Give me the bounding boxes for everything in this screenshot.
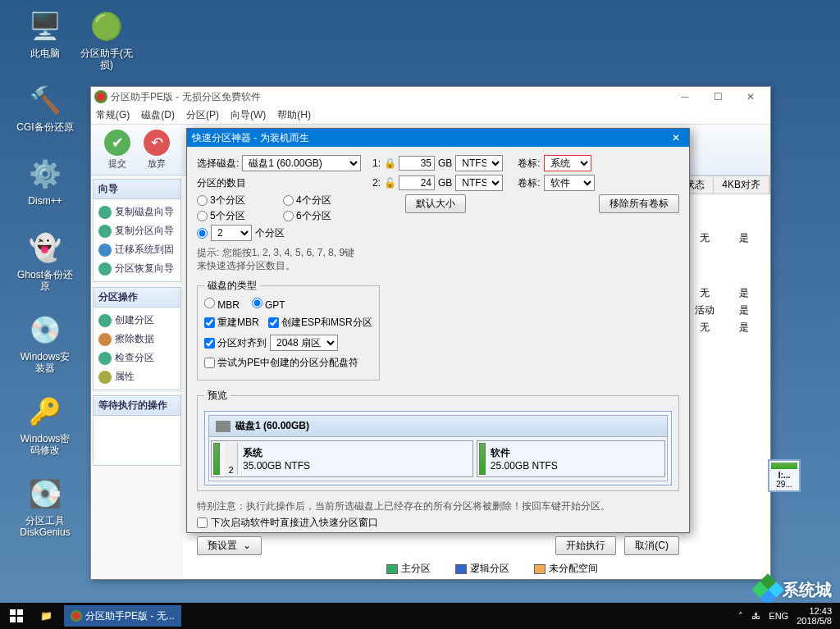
close-button[interactable]: ✕ [734,88,767,106]
unlock-icon[interactable]: 🔓 [384,177,395,189]
wizard-recover[interactable]: 分区恢复向导 [95,259,179,278]
preview-fieldset: 预览 磁盘1 (60.00GB) 2 系统35.00GB NTFS 软件25.0… [197,389,679,491]
dialog-titlebar[interactable]: 快速分区神器 - 为装机而生 ✕ [187,129,689,147]
dialog-title: 快速分区神器 - 为装机而生 [192,131,309,145]
quick-partition-dialog: 快速分区神器 - 为装机而生 ✕ 选择磁盘: 磁盘1 (60.00GB) 分区的… [186,128,690,533]
vol-select-1[interactable]: 系统 [544,155,591,171]
tray-lang[interactable]: ENG [769,611,788,621]
fs-select-2[interactable]: NTFS [455,175,503,191]
create-esp-check[interactable]: 创建ESP和MSR分区 [268,316,372,330]
menu-partition[interactable]: 分区(P) [186,108,219,122]
menubar: 常规(G) 磁盘(D) 分区(P) 向导(W) 帮助(H) [91,107,770,125]
type-gpt[interactable]: GPT [252,298,285,311]
taskbar: 📁 分区助手PE版 - 无... ˄ 🖧 ENG 12:432018/5/8 [0,603,840,629]
count-custom-select[interactable]: 2 [211,225,252,241]
partition-thumb[interactable]: I:... 29... [768,459,801,492]
svg-rect-3 [17,617,23,622]
svg-rect-1 [17,609,23,615]
panel-pending: 等待执行的操作 [93,395,181,466]
select-disk-dropdown[interactable]: 磁盘1 (60.00GB) [242,155,361,171]
app-icon [94,90,107,103]
desktop-icon-win-install[interactable]: 💿Windows安装器 [16,312,74,374]
desktop-icon-ghost[interactable]: 👻Ghost备份还原 [16,230,74,292]
panel-ops: 分区操作 创建分区 擦除数据 检查分区 属性 [93,287,181,390]
try-pe-check[interactable]: 尝试为PE中创建的分区分配盘符 [204,356,358,370]
op-check[interactable]: 检查分区 [95,349,179,367]
wizard-copy-disk[interactable]: 复制磁盘向导 [95,203,179,221]
preview-part-2[interactable]: 软件25.00GB NTFS [477,440,665,477]
grid-rows: 无是 无是 活动是 无是 [685,231,764,338]
tray-clock[interactable]: 12:432018/5/8 [797,606,832,626]
warning-text: 特别注意：执行此操作后，当前所选磁盘上已经存在的所有分区将被删除！按回车键开始分… [197,499,679,513]
svg-rect-2 [10,617,16,622]
desktop-icon-cgi[interactable]: 🔨CGI备份还原 [16,82,74,133]
toolbar-commit[interactable]: ✔提交 [98,130,137,170]
grid-header: 状态 4KB对齐 [676,175,770,194]
remove-labels-button[interactable]: 移除所有卷标 [599,194,679,213]
desktop-icon-dism[interactable]: ⚙️Dism++ [16,156,74,207]
panel-pending-title: 等待执行的操作 [94,396,180,416]
taskbar-explorer-icon[interactable]: 📁 [33,610,59,622]
fs-select-1[interactable]: NTFS [455,155,503,171]
svg-rect-0 [10,609,16,615]
size-input-2[interactable] [399,175,435,190]
watermark: 系统城 [756,578,832,601]
op-props[interactable]: 属性 [95,367,179,386]
count-5[interactable]: 5个分区 [197,209,275,223]
system-tray: ˄ 🖧 ENG 12:432018/5/8 [738,606,840,626]
count-3[interactable]: 3个分区 [197,194,275,207]
menu-wizard[interactable]: 向导(W) [231,108,266,122]
next-time-check[interactable]: 下次启动软件时直接进入快速分区窗口 [197,516,679,530]
vol-select-2[interactable]: 软件 [544,175,595,191]
partition-count-label: 分区的数目 [197,176,361,190]
menu-general[interactable]: 常规(G) [96,108,130,122]
partition-row-2: 2: 🔓 GB NTFS 卷标: 软件 [372,175,679,191]
panel-wizard-title: 向导 [94,180,180,199]
window-title: 分区助手PE版 - 无损分区免费软件 [111,90,261,104]
count-6[interactable]: 6个分区 [283,209,361,223]
op-create[interactable]: 创建分区 [95,311,179,330]
dialog-close-button[interactable]: ✕ [668,132,684,144]
left-column: 向导 复制磁盘向导 复制分区向导 迁移系统到固 分区恢复向导 分区操作 创建分区… [91,175,183,579]
size-input-1[interactable] [399,156,435,171]
wizard-migrate-os[interactable]: 迁移系统到固 [95,240,179,259]
count-custom[interactable]: 2 个分区 [197,225,361,241]
taskbar-app-icon [71,610,82,622]
desktop-icon-this-pc[interactable]: 🖥️此电脑 [16,8,74,59]
toolbar-discard[interactable]: ↶放弃 [137,130,176,170]
disk-type-group: 磁盘的类型 MBR GPT 重建MBR 创建ESP和MSR分区 分区对齐到 2 [197,279,380,381]
legend-strip: 主分区 逻辑分区 未分配空间 [386,562,598,576]
hint-text: 提示: 您能按1, 2, 3, 4, 5, 6, 7, 8, 9键来快速选择分区… [197,246,361,272]
preset-button[interactable]: 预设置 ⌄ [197,536,262,555]
lock-icon[interactable]: 🔒 [384,157,395,169]
cancel-button[interactable]: 取消(C) [624,536,679,555]
tray-network-icon[interactable]: 🖧 [751,611,760,621]
desktop-icon-diskgenius[interactable]: 💽分区工具DiskGenius [16,476,74,538]
partition-row-1: 1: 🔒 GB NTFS 卷标: 系统 [372,155,679,171]
titlebar[interactable]: 分区助手PE版 - 无损分区免费软件 ─ ☐ ✕ [91,87,770,107]
align-select[interactable]: 2048 扇区 [270,335,338,351]
start-button[interactable] [0,603,33,629]
select-disk-label: 选择磁盘: [197,157,239,171]
desktop-icon-partition-assist[interactable]: 🟢分区助手(无损) [78,8,135,71]
start-button[interactable]: 开始执行 [555,536,616,555]
desktop-icon-win-pwd[interactable]: 🔑Windows密码修改 [16,394,74,456]
panel-ops-title: 分区操作 [94,288,180,308]
menu-disk[interactable]: 磁盘(D) [141,108,175,122]
taskbar-app-button[interactable]: 分区助手PE版 - 无... [64,605,181,627]
tray-up-icon[interactable]: ˄ [738,611,743,622]
preview-part-1[interactable]: 2 系统35.00GB NTFS [211,440,473,477]
menu-help[interactable]: 帮助(H) [277,108,311,122]
disk-icon [216,421,231,432]
align-check[interactable]: 分区对齐到 [204,336,267,350]
wizard-copy-partition[interactable]: 复制分区向导 [95,221,179,240]
maximize-button[interactable]: ☐ [701,88,734,106]
watermark-logo-icon [751,573,784,606]
op-wipe[interactable]: 擦除数据 [95,330,179,349]
type-mbr[interactable]: MBR [204,298,240,311]
panel-wizard: 向导 复制磁盘向导 复制分区向导 迁移系统到固 分区恢复向导 [93,179,181,282]
rebuild-mbr-check[interactable]: 重建MBR [204,316,259,330]
minimize-button[interactable]: ─ [669,88,701,106]
count-4[interactable]: 4个分区 [283,194,361,207]
default-size-button[interactable]: 默认大小 [405,194,466,213]
